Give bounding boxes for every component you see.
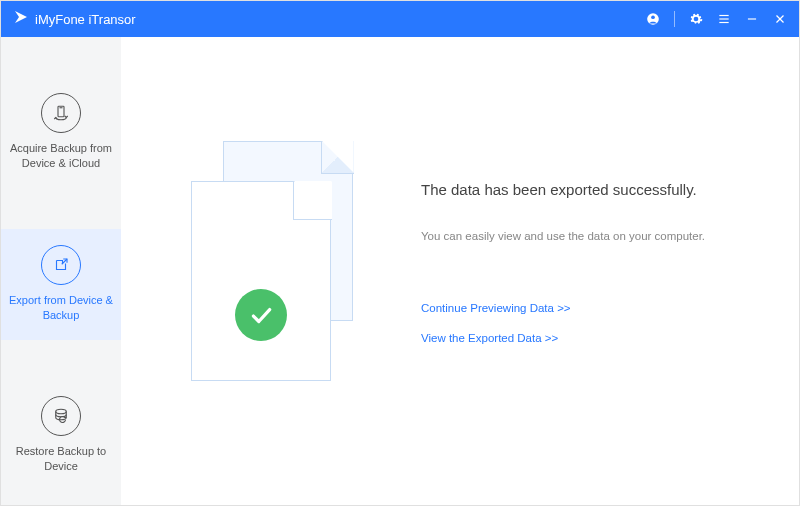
account-icon[interactable] (646, 12, 660, 26)
window-controls (646, 11, 787, 27)
view-exported-link[interactable]: View the Exported Data >> (421, 332, 759, 344)
controls-divider (674, 11, 675, 27)
gear-icon[interactable] (689, 12, 703, 26)
titlebar: iMyFone iTransor (1, 1, 799, 37)
result-heading: The data has been exported successfully. (421, 181, 759, 198)
close-icon[interactable] (773, 12, 787, 26)
document-front-icon (191, 181, 331, 381)
sidebar-item-label: Export from Device & Backup (9, 293, 113, 323)
main-content: The data has been exported successfully.… (121, 37, 799, 505)
phone-sync-icon (41, 93, 81, 133)
sidebar-item-restore[interactable]: Restore Backup to Device (1, 380, 121, 492)
sidebar-item-label: Acquire Backup from Device & iCloud (9, 141, 113, 171)
continue-previewing-link[interactable]: Continue Previewing Data >> (421, 302, 759, 314)
export-icon (41, 245, 81, 285)
sidebar-item-acquire-backup[interactable]: Acquire Backup from Device & iCloud (1, 77, 121, 189)
checkmark-success-icon (235, 289, 287, 341)
app-window: iMyFone iTransor (0, 0, 800, 506)
sidebar: Acquire Backup from Device & iCloud Expo… (1, 37, 121, 505)
menu-icon[interactable] (717, 12, 731, 26)
app-logo: iMyFone iTransor (13, 9, 136, 29)
svg-point-10 (56, 410, 67, 415)
database-restore-icon (41, 396, 81, 436)
svg-point-1 (651, 15, 655, 19)
minimize-icon[interactable] (745, 12, 759, 26)
app-title: iMyFone iTransor (35, 12, 136, 27)
result-panel: The data has been exported successfully.… (421, 181, 759, 362)
app-logo-icon (13, 9, 29, 29)
sidebar-item-export[interactable]: Export from Device & Backup (1, 229, 121, 341)
result-subtext: You can easily view and use the data on … (421, 230, 759, 242)
document-success-illustration (191, 141, 361, 401)
sidebar-item-label: Restore Backup to Device (9, 444, 113, 474)
app-body: Acquire Backup from Device & iCloud Expo… (1, 37, 799, 505)
